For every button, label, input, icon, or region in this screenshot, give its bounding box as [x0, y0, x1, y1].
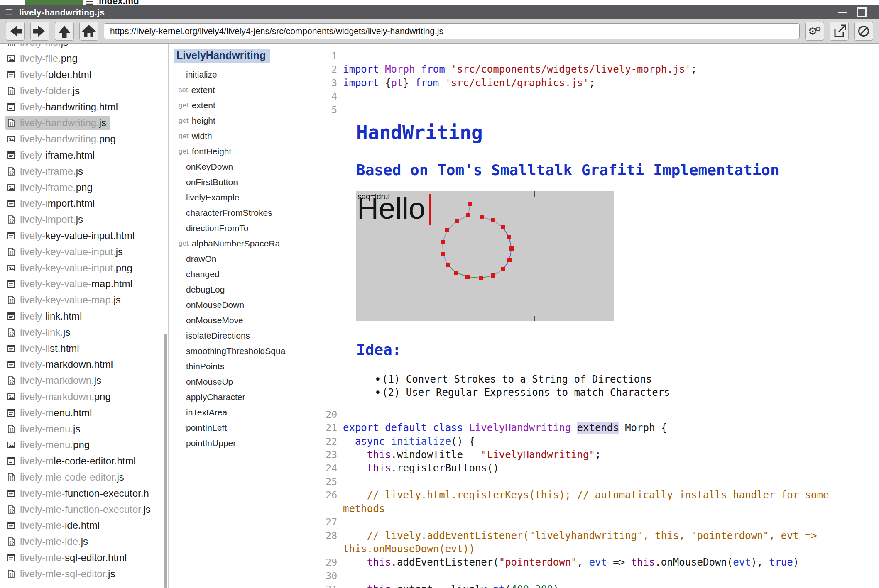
outline-item[interactable]: getheight — [174, 113, 306, 128]
code-text[interactable] — [343, 569, 863, 583]
file-list-item[interactable]: {}lively-link.js — [0, 324, 168, 340]
file-list-item[interactable]: lively-mle-ide.html — [0, 517, 168, 534]
file-list-item[interactable]: {}lively-iframe.js — [0, 163, 168, 179]
code-text[interactable]: this.extent = lively.pt(400,200) — [343, 583, 863, 588]
code-editor[interactable]: 12import Morph from 'src/components/widg… — [306, 44, 879, 588]
code-line[interactable]: 20 — [306, 408, 879, 421]
file-list-item[interactable]: {}lively-file.js — [0, 44, 168, 51]
code-line[interactable]: 24 this.registerButtons() — [306, 461, 879, 475]
outline-class-name[interactable]: LivelyHandwriting — [174, 49, 270, 63]
outline-item[interactable]: initialize — [174, 67, 306, 82]
outline-item[interactable]: debugLog — [174, 282, 306, 297]
file-list-item[interactable]: lively-mle-function-executor.h — [0, 485, 168, 501]
outline-item[interactable]: livelyExample — [174, 190, 306, 205]
code-line[interactable]: 30 — [306, 569, 879, 583]
code-line[interactable]: 22 async initialize() { — [306, 435, 879, 448]
file-list-item[interactable]: lively-mle-sql-editor.html — [0, 550, 168, 566]
file-list-item[interactable]: lively-folder.html — [0, 67, 168, 83]
file-list-item[interactable]: {}lively-menu.js — [0, 421, 168, 437]
outline-item[interactable]: smoothingThresholdSqua — [174, 343, 306, 359]
code-line[interactable]: 29 this.addEventListener("pointerdown", … — [306, 556, 879, 569]
outline-item[interactable]: inTextArea — [174, 405, 306, 420]
outline-item[interactable]: onFirstButton — [174, 174, 306, 190]
open-external-button[interactable] — [830, 22, 849, 41]
outline-item[interactable]: onKeyDown — [174, 159, 306, 174]
minimize-button[interactable] — [838, 12, 847, 13]
outline-item[interactable]: characterFromStrokes — [174, 205, 306, 220]
code-text[interactable]: this.addEventListener("pointerdown", evt… — [343, 556, 863, 569]
file-list-scrollbar[interactable] — [164, 334, 167, 588]
url-input[interactable] — [104, 23, 800, 39]
file-list-item[interactable]: lively-markdown.png — [0, 389, 168, 405]
file-list-item[interactable]: lively-iframe.png — [0, 179, 168, 195]
block-button[interactable] — [854, 22, 873, 41]
file-list-item[interactable]: {}lively-markdown.js — [0, 373, 168, 389]
code-text[interactable] — [343, 475, 863, 488]
file-list-item[interactable]: lively-menu.png — [0, 437, 168, 453]
outline-item[interactable]: getalphaNumberSpaceRa — [174, 236, 306, 251]
file-list-item[interactable]: lively-markdown.html — [0, 356, 168, 373]
outline-item[interactable]: onMouseUp — [174, 374, 306, 389]
file-list-item[interactable]: lively-iframe.html — [0, 147, 168, 163]
file-list-item[interactable]: {}lively-folder.js — [0, 83, 168, 99]
code-line[interactable]: 28 // lively.addEventListener("livelyhan… — [306, 529, 879, 556]
settings-button[interactable]: ⚙⚙ — [805, 22, 824, 41]
file-list-item[interactable]: lively-menu.html — [0, 405, 168, 421]
code-text[interactable] — [343, 90, 863, 103]
code-line[interactable]: 25 — [306, 475, 879, 488]
back-button[interactable] — [6, 22, 25, 41]
code-line[interactable]: 27 — [306, 515, 879, 529]
file-list-item[interactable]: lively-key-value-input.png — [0, 260, 168, 276]
outline-item[interactable]: directionFromTo — [174, 220, 306, 236]
code-text[interactable]: async initialize() { — [343, 435, 863, 448]
code-line[interactable]: 21export default class LivelyHandwriting… — [306, 421, 879, 434]
code-text[interactable]: this.registerButtons() — [343, 461, 863, 475]
code-line[interactable]: 5 — [306, 103, 879, 117]
outline-item[interactable]: pointInLeft — [174, 420, 306, 435]
home-button[interactable] — [79, 22, 98, 41]
file-list-item[interactable]: {}lively-mle-sql-editor.js — [0, 566, 168, 582]
outline-item[interactable]: onMouseMove — [174, 312, 306, 328]
outline-item[interactable]: setextent — [174, 82, 306, 98]
file-list-item[interactable]: {}lively-import.js — [0, 212, 168, 228]
code-text[interactable]: // lively.html.registerKeys(this); // au… — [343, 488, 863, 515]
file-list-item[interactable]: lively-key-value-input.html — [0, 228, 168, 244]
code-line[interactable]: 26 // lively.html.registerKeys(this); //… — [306, 488, 879, 515]
file-list-item[interactable]: {}lively-key-value-input.js — [0, 244, 168, 260]
outline-item[interactable]: onMouseDown — [174, 297, 306, 312]
file-list-item[interactable]: lively-mle-code-editor.html — [0, 453, 168, 469]
maximize-button[interactable] — [857, 7, 867, 17]
code-text[interactable]: // lively.addEventListener("livelyhandwr… — [343, 529, 863, 556]
outline-item[interactable]: getextent — [174, 98, 306, 113]
code-text[interactable] — [343, 103, 863, 117]
file-list-item[interactable]: {}lively-mle-code-editor.js — [0, 469, 168, 486]
outline-item[interactable]: applyCharacter — [174, 389, 306, 405]
code-line[interactable]: 23 this.windowTitle = "LivelyHandwriting… — [306, 448, 879, 461]
file-list-item[interactable]: lively-import.html — [0, 195, 168, 212]
code-line[interactable]: 3import {pt} from 'src/client/graphics.j… — [306, 76, 879, 90]
file-list-item[interactable]: {}lively-mle-ide.js — [0, 534, 168, 550]
code-text[interactable]: export default class LivelyHandwriting e… — [343, 421, 863, 434]
code-line[interactable]: 4 — [306, 90, 879, 103]
outline-item[interactable]: changed — [174, 266, 306, 282]
file-list-item[interactable]: lively-list.html — [0, 340, 168, 356]
code-text[interactable]: import Morph from 'src/components/widget… — [343, 63, 863, 76]
file-list-item[interactable]: lively-key-value-map.html — [0, 276, 168, 292]
outline-item[interactable]: getfontHeight — [174, 144, 306, 159]
code-line[interactable]: 1 — [306, 49, 879, 63]
code-text[interactable]: this.windowTitle = "LivelyHandwriting"; — [343, 448, 863, 461]
outline-item[interactable]: pointInUpper — [174, 435, 306, 451]
file-list-item[interactable]: lively-handwriting.png — [0, 131, 168, 147]
window-menu-icon[interactable]: ☰ — [5, 5, 19, 19]
outline-item[interactable]: drawOn — [174, 251, 306, 266]
code-line[interactable]: 31 this.extent = lively.pt(400,200) — [306, 583, 879, 588]
outline-item[interactable]: isolateDirections — [174, 328, 306, 343]
file-list-item[interactable]: {}lively-mle-function-executor.js — [0, 501, 168, 517]
code-text[interactable]: import {pt} from 'src/client/graphics.js… — [343, 76, 863, 90]
code-line[interactable]: 2import Morph from 'src/components/widge… — [306, 63, 879, 76]
outline-item[interactable]: thinPoints — [174, 359, 306, 374]
outline-item[interactable]: getwidth — [174, 128, 306, 144]
code-text[interactable] — [343, 515, 863, 529]
up-button[interactable] — [55, 22, 74, 41]
file-list-item[interactable]: {}lively-handwriting.js — [0, 115, 168, 131]
